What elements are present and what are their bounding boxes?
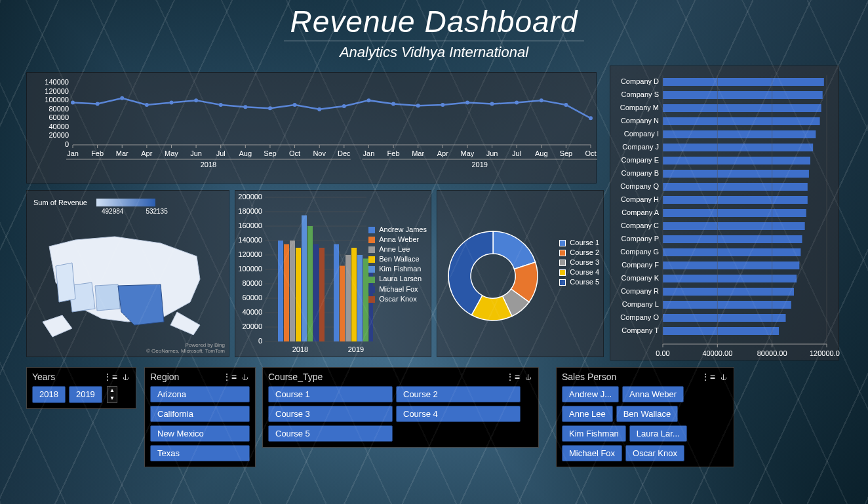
legend-item[interactable]: Laura Larsen <box>368 275 427 282</box>
state-newmexico[interactable] <box>95 284 120 311</box>
svg-text:180000: 180000 <box>238 207 262 215</box>
slicer-chip[interactable]: Kim Fishman <box>562 425 626 442</box>
slicer-chip[interactable]: Arizona <box>150 386 250 402</box>
course-donut-chart[interactable] <box>437 191 549 358</box>
legend-item[interactable]: Andrew James <box>368 225 427 233</box>
svg-text:200000: 200000 <box>238 193 262 201</box>
slicer-chip[interactable]: Course 1 <box>268 386 393 402</box>
multiselect-icon[interactable]: ⋮≡ <box>505 372 520 382</box>
svg-point-19 <box>317 107 321 111</box>
svg-text:Company K: Company K <box>621 274 660 282</box>
spinner-down-icon[interactable]: ▼ <box>108 395 117 402</box>
svg-text:40000.00: 40000.00 <box>702 349 732 357</box>
svg-text:60000: 60000 <box>242 294 262 301</box>
svg-text:Mar: Mar <box>412 149 424 157</box>
svg-text:Mar: Mar <box>116 149 128 157</box>
slicer-chip[interactable]: Ben Wallace <box>616 406 679 422</box>
multiselect-icon[interactable]: ⋮≡ <box>103 372 117 382</box>
slicer-chip[interactable]: New Mexico <box>150 425 250 442</box>
revenue-line-chart[interactable]: 020000400006000080000100000120000140000J… <box>27 73 597 184</box>
svg-text:Jun: Jun <box>190 149 202 157</box>
legend-item[interactable]: Michael Fox <box>368 285 427 293</box>
slicer-chip[interactable]: Course 2 <box>396 386 521 402</box>
legend-item[interactable]: Course 5 <box>559 278 599 286</box>
multiselect-icon[interactable]: ⋮≡ <box>701 372 715 382</box>
slicer-chip[interactable]: Course 4 <box>396 406 521 422</box>
svg-rect-115 <box>363 259 368 342</box>
slicer-chip[interactable]: California <box>150 406 250 422</box>
people-bar-chart[interactable]: 0200004000060000800001000001200001400001… <box>235 191 373 358</box>
slicer-chip[interactable]: Anne Lee <box>562 406 613 422</box>
slicer-course-title: Course_Type <box>268 372 323 382</box>
svg-rect-148 <box>663 262 799 269</box>
svg-rect-104 <box>296 248 301 341</box>
svg-rect-114 <box>357 255 363 341</box>
slicer-chip[interactable]: Andrew J... <box>562 386 619 402</box>
usa-map-chart[interactable] <box>30 220 226 338</box>
spinner-up-icon[interactable]: ▲ <box>108 387 117 395</box>
legend-item[interactable]: Course 2 <box>559 248 599 256</box>
svg-text:Aug: Aug <box>535 149 548 157</box>
clear-filter-icon[interactable]: ⫝ <box>121 372 130 382</box>
legend-item[interactable]: Kim Fishman <box>368 265 427 273</box>
svg-rect-130 <box>663 144 813 151</box>
company-hbar-chart[interactable]: Company DCompany SCompany MCompany NComp… <box>610 66 840 361</box>
slicer-chip[interactable]: Course 5 <box>268 425 393 442</box>
svg-text:Feb: Feb <box>387 149 400 157</box>
multiselect-icon[interactable]: ⋮≡ <box>222 372 237 382</box>
svg-point-14 <box>194 98 198 102</box>
legend-item[interactable]: Ben Wallace <box>368 255 427 263</box>
map-legend-title: Sum of Revenue <box>33 199 87 206</box>
legend-item[interactable]: Course 1 <box>559 239 599 246</box>
svg-rect-113 <box>351 248 357 341</box>
svg-rect-126 <box>663 117 820 125</box>
svg-text:Jul: Jul <box>216 149 226 157</box>
svg-point-28 <box>540 98 543 102</box>
svg-rect-102 <box>284 244 289 342</box>
svg-rect-101 <box>278 241 283 341</box>
svg-text:80000: 80000 <box>49 105 69 113</box>
slicer-chip[interactable]: 2018 <box>32 386 66 403</box>
svg-rect-128 <box>663 130 816 138</box>
legend-item[interactable]: Oscar Knox <box>368 295 427 303</box>
clear-filter-icon[interactable]: ⫝ <box>719 372 728 382</box>
state-california[interactable] <box>56 263 75 302</box>
svg-rect-111 <box>340 266 345 342</box>
svg-text:Company N: Company N <box>621 117 659 125</box>
svg-rect-138 <box>663 196 808 204</box>
clear-filter-icon[interactable]: ⫝ <box>524 372 533 382</box>
svg-point-26 <box>490 102 494 106</box>
legend-item[interactable]: Anna Weber <box>368 235 427 243</box>
page-subtitle: Analytics Vidhya International <box>0 44 868 61</box>
legend-item[interactable]: Course 4 <box>559 268 599 276</box>
slicer-chip[interactable]: Michael Fox <box>562 445 622 461</box>
svg-rect-158 <box>663 327 779 335</box>
svg-text:Company D: Company D <box>621 77 659 85</box>
svg-text:140000: 140000 <box>45 78 69 86</box>
slicer-chip[interactable]: Laura Lar... <box>629 425 687 442</box>
slicer-chip[interactable]: 2019 <box>69 386 102 403</box>
svg-text:Dec: Dec <box>338 149 351 157</box>
slicer-chip[interactable]: Course 3 <box>268 406 393 422</box>
dashboard-header: Revenue Dashboard Analytics Vidhya Inter… <box>0 0 868 61</box>
donut-panel: Course 1Course 2Course 3Course 4Course 5 <box>437 190 604 357</box>
slicer-chip[interactable]: Anna Weber <box>622 386 684 402</box>
map-legend: Sum of Revenue 492984 532135 <box>27 191 229 220</box>
svg-rect-108 <box>319 248 325 341</box>
svg-rect-140 <box>663 209 806 217</box>
svg-rect-120 <box>663 78 824 86</box>
company-bar-panel: Company DCompany SCompany MCompany NComp… <box>610 66 839 360</box>
svg-text:160000: 160000 <box>238 222 262 229</box>
svg-text:Jan: Jan <box>363 149 375 157</box>
map-credit-2: © GeoNames, Microsoft, TomTom <box>146 348 225 354</box>
legend-item[interactable]: Course 3 <box>559 258 599 266</box>
line-chart-panel: 020000400006000080000100000120000140000J… <box>26 72 597 184</box>
svg-text:Apr: Apr <box>437 149 448 157</box>
svg-text:Aug: Aug <box>239 149 252 157</box>
legend-item[interactable]: Anne Lee <box>368 245 427 253</box>
clear-filter-icon[interactable]: ⫝ <box>241 372 250 382</box>
slicer-chip[interactable]: Oscar Knox <box>625 445 684 461</box>
year-spinner[interactable]: ▲ ▼ <box>107 386 117 403</box>
slicer-chip[interactable]: Texas <box>150 445 250 461</box>
grouped-bar-panel: 0200004000060000800001000001200001400001… <box>235 190 431 357</box>
